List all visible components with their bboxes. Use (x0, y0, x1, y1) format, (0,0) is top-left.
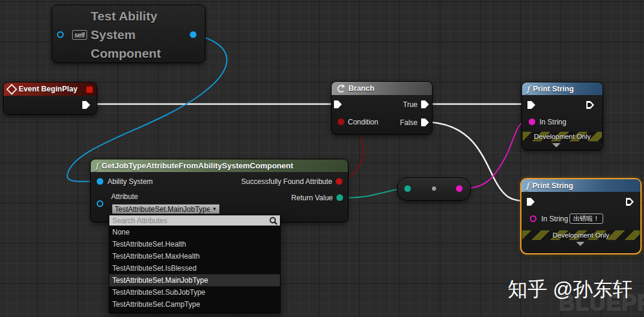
node-enum-to-string-conversion[interactable] (397, 177, 471, 201)
author-watermark: 知乎 @孙东轩 (508, 276, 633, 303)
attribute-dropdown-panel: None TestAttributeSet.Health TestAttribu… (109, 215, 281, 313)
function-icon: ƒ (95, 162, 99, 170)
node-title: Branch (348, 84, 374, 93)
conversion-dot-icon (432, 186, 436, 191)
dropdown-item[interactable]: TestAttributeSet.CampType (109, 298, 280, 310)
dropdown-item-selected[interactable]: TestAttributeSet.MainJobType (109, 274, 280, 286)
function-icon: ƒ (526, 182, 529, 190)
in-string-value-field[interactable]: 出错啦！ (570, 214, 603, 224)
development-only-banner: Development Only (522, 230, 640, 240)
branch-icon (336, 84, 345, 93)
node-title: Print String (532, 182, 573, 190)
true-pin-label: True (403, 100, 418, 109)
search-input[interactable] (111, 215, 264, 226)
dropdown-item[interactable]: TestAttributeSet.Health (109, 238, 280, 250)
self-pin[interactable] (57, 31, 64, 38)
conversion-out-pin[interactable] (456, 185, 463, 192)
false-exec-out-pin[interactable] (421, 118, 429, 126)
chevron-down-icon: ▼ (212, 205, 217, 214)
ability-system-pin[interactable] (97, 178, 103, 185)
function-icon: ƒ (526, 85, 530, 93)
node-print-string-2-selected[interactable]: ƒ Print String In String 出错啦！ Developmen… (520, 178, 642, 254)
in-string-pin[interactable] (529, 118, 535, 125)
attribute-pin-label: Attribute (111, 192, 138, 201)
in-string-pin-label: In String (539, 118, 567, 126)
event-diamond-icon (6, 84, 17, 94)
wire-enum-return-conversion (340, 188, 405, 198)
in-string-pin-label: In String (541, 215, 568, 223)
return-value-pin-label: Return Value (291, 194, 333, 202)
node-header: ƒ GetJobTypeAttributeFromAbilitySystemCo… (91, 159, 348, 172)
node-header: Branch (332, 82, 432, 95)
ability-system-pin-label: Ability System (108, 177, 153, 186)
delegate-pin[interactable] (86, 86, 93, 93)
attribute-search-row (109, 215, 280, 226)
node-event-beginplay[interactable]: Event BeginPlay (3, 82, 97, 115)
blueprint-canvas[interactable]: BLUEPR Test Ability System Component sel… (0, 0, 644, 317)
development-only-banner: Development Only (523, 132, 602, 141)
node-expander-icon[interactable] (576, 242, 585, 246)
node-header: Event BeginPlay (4, 82, 97, 96)
wire-string-conversion-instring (461, 121, 529, 188)
dropdown-item[interactable]: None (109, 226, 280, 238)
exec-in-pin[interactable] (527, 101, 535, 109)
attribute-combobox[interactable]: TestAttributeSet.MainJobType ▼ (112, 204, 220, 214)
self-pin-label: self (72, 30, 87, 40)
attribute-pin[interactable] (97, 200, 103, 207)
true-exec-out-pin[interactable] (421, 100, 429, 108)
exec-in-pin[interactable] (527, 198, 535, 206)
success-pin[interactable] (336, 178, 342, 185)
search-icon (269, 217, 278, 225)
node-branch[interactable]: Branch Condition True False (331, 81, 433, 135)
exec-out-pin[interactable] (586, 101, 594, 109)
node-title: Print String (533, 85, 574, 93)
dropdown-item[interactable]: TestAttributeSet.SubJobType (109, 286, 280, 298)
exec-out-pin[interactable] (82, 101, 90, 109)
output-pin[interactable] (190, 31, 196, 38)
node-header: ƒ Print String (522, 82, 603, 95)
success-pin-label: Successfully Found Attribute (242, 177, 332, 186)
node-title: Event BeginPlay (19, 85, 77, 93)
node-header: ƒ Print String (521, 179, 640, 192)
conversion-in-pin[interactable] (404, 185, 411, 192)
exec-in-pin[interactable] (334, 100, 342, 108)
node-title: GetJobTypeAttributeFromAbilitySystemComp… (102, 161, 293, 170)
in-string-pin[interactable] (530, 215, 536, 222)
false-pin-label: False (400, 118, 418, 127)
node-title: Test Ability System Component (91, 7, 187, 63)
condition-pin[interactable] (338, 118, 344, 125)
node-print-string-1[interactable]: ƒ Print String In String Development Onl… (521, 82, 603, 150)
node-expander-icon[interactable] (552, 143, 560, 147)
dropdown-item[interactable]: TestAttributeSet.MaxHealth (109, 250, 280, 262)
node-getjobtypeattribute[interactable]: ƒ GetJobTypeAttributeFromAbilitySystemCo… (90, 159, 348, 223)
node-test-ability-system-component[interactable]: Test Ability System Component self (52, 5, 205, 63)
attribute-combobox-value: TestAttributeSet.MainJobType (115, 205, 210, 214)
condition-pin-label: Condition (348, 118, 378, 126)
dropdown-item[interactable]: TestAttributeSet.IsBlessed (109, 262, 280, 274)
return-value-pin[interactable] (336, 194, 343, 201)
exec-out-pin[interactable] (626, 198, 634, 206)
